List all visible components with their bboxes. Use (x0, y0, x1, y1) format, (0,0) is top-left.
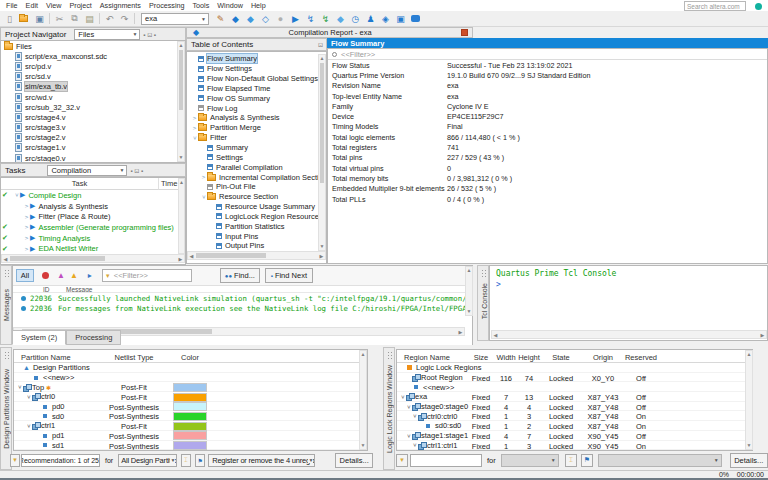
column-state[interactable]: State (539, 353, 583, 362)
tcl-hscrollbar[interactable]: ◀▶ (491, 330, 767, 339)
redo-icon[interactable]: ↷ (117, 12, 132, 25)
file-item[interactable]: src/pd.v (1, 61, 185, 71)
clock-icon[interactable]: ◷ (348, 12, 363, 25)
toc-item[interactable]: Flow Settings (187, 64, 326, 74)
toc-item[interactable]: Output Pins (187, 241, 326, 251)
tasks-combo[interactable]: Compilation▼ (47, 165, 127, 176)
file-item[interactable]: src/stage3.v (1, 123, 185, 133)
open-project-icon[interactable] (17, 12, 32, 25)
search-icon[interactable] (755, 3, 762, 10)
tasks-vscrollbar[interactable]: ▲ (178, 178, 185, 254)
search-input[interactable]: Search altera.com (684, 1, 746, 11)
menu-item-view[interactable]: View (42, 1, 65, 10)
new-file-icon[interactable]: ▯ (2, 12, 17, 25)
toc-item[interactable]: Flow Non-Default Global Settings (187, 74, 326, 84)
files-root[interactable]: Files (1, 41, 185, 51)
toc-item[interactable]: Pin-Out File (187, 182, 326, 192)
menu-item-tools[interactable]: Tools (189, 1, 214, 10)
file-item[interactable]: src/sub_32_32.v (1, 102, 185, 112)
task-row[interactable]: ✔>▶Assembler (Generate programming files… (1, 222, 185, 233)
toc-vscrollbar[interactable]: ▲▼ (318, 54, 326, 251)
partition-row[interactable]: >ctrl0Post-Fit (14, 392, 367, 402)
find-button[interactable]: ●●Find... (220, 268, 260, 283)
file-item[interactable]: src/wd.v (1, 92, 185, 102)
menu-item-edit[interactable]: Edit (22, 1, 42, 10)
undo-icon[interactable]: ↶ (102, 12, 117, 25)
menu-item-help[interactable]: Help (247, 1, 270, 10)
file-item[interactable]: src/stage2.v (1, 133, 185, 143)
file-item[interactable]: src/sd.v (1, 72, 185, 82)
ll-details-button[interactable]: Details... (730, 453, 768, 468)
dp-filter-button[interactable]: ▼ (10, 454, 20, 467)
menu-item-project[interactable]: Project (65, 1, 95, 10)
menu-item-assignments[interactable]: Assignments (96, 1, 145, 10)
dp-scope-dropdown[interactable]: All Design Partitic▼ (118, 454, 177, 467)
messages-side-strip[interactable]: Messages (0, 265, 12, 345)
file-item[interactable]: src/stage0.v (1, 153, 185, 163)
task-row[interactable]: ✔>▶Timing Analysis (1, 233, 185, 244)
toc-item[interactable]: LogicLock Region Resource Usag (187, 212, 326, 222)
task-row[interactable]: ✔>▶Compile Design (1, 190, 185, 201)
partition-color-swatch[interactable] (173, 383, 207, 392)
region-row[interactable]: >ctrl1:ctrl1Fixed13LockedX90_Y45On (397, 441, 752, 451)
column-reserved[interactable]: Reserved (619, 353, 663, 362)
toc-detach-icon[interactable]: ⊡ (318, 41, 323, 48)
netlist-viewer-icon[interactable]: ◇ (258, 12, 273, 25)
toc-item[interactable]: Partition Statistics (187, 221, 326, 231)
region-row[interactable]: sd0:sd0Fixed12LockedX87_Y48On (397, 421, 752, 431)
toc-item[interactable]: Summary (187, 143, 326, 153)
paste-icon[interactable]: ▤ (82, 12, 97, 25)
error-filter-icon[interactable] (42, 272, 49, 279)
dp-details-button[interactable]: Details... (335, 453, 373, 468)
toc-hscrollbar[interactable]: ◀▶ (187, 251, 326, 260)
critical-warning-filter-icon[interactable]: ▲ (57, 271, 65, 280)
assignment-editor-icon[interactable]: ✎ (213, 12, 228, 25)
info-filter-icon[interactable]: ▸ (88, 271, 92, 280)
column-partition-name[interactable]: Partition Name (21, 353, 71, 362)
logiclock-vscrollbar[interactable]: ▲▼ (745, 350, 753, 450)
column-netlist-type[interactable]: Netlist Type (104, 353, 164, 362)
file-item[interactable]: script/exa_maxconst.sdc (1, 51, 185, 61)
messages-column-message[interactable]: Message (66, 286, 92, 293)
column-region-name[interactable]: Region Name (404, 353, 450, 362)
toc-item[interactable]: >Incremental Compilation Section (187, 172, 326, 182)
analysis-synthesis-icon[interactable]: ↯ (303, 12, 318, 25)
fitter-icon[interactable]: ↯ (318, 12, 333, 25)
ll-tool-button-1[interactable]: ⌶ (565, 454, 577, 467)
region-row[interactable]: >stage1:stage1Fixed47LockedX90_Y45Off (397, 431, 752, 441)
archive-icon[interactable]: ▣ (393, 12, 408, 25)
toc-item[interactable]: Input Pins (187, 231, 326, 241)
toc-item[interactable]: Flow OS Summary (187, 93, 326, 103)
menu-item-processing[interactable]: Processing (145, 1, 189, 10)
region-row[interactable]: >ctrl0:ctrl0Fixed13LockedX87_Y48On (397, 411, 752, 421)
start-compilation-icon[interactable]: ▶ (288, 12, 303, 25)
timing-analyzer-icon[interactable]: ◆ (333, 12, 348, 25)
find-next-button[interactable]: ▪Find Next (265, 268, 313, 283)
tasks-column-time[interactable]: Time (159, 178, 179, 190)
region-row[interactable]: >stage0:stage0Fixed44LockedX87_Y48Off (397, 402, 752, 412)
warning-filter-icon[interactable]: ▲ (70, 271, 78, 280)
partition-color-swatch[interactable] (173, 441, 207, 450)
tcl-console-panel[interactable]: Quartus Prime Tcl Console > ◀▶ (489, 265, 768, 341)
report-tab[interactable]: ◆ Compilation Report - exa (186, 27, 473, 38)
column-color[interactable]: Color (160, 353, 220, 362)
partition-row[interactable]: >ctrl1Post-Fit (14, 421, 367, 431)
partition-color-swatch[interactable] (173, 402, 207, 411)
messages-column-id[interactable]: ID (43, 286, 50, 293)
partition-row[interactable]: sd1Post-Synthesis (14, 441, 367, 451)
toc-item[interactable]: Flow Summary (187, 54, 326, 64)
save-icon[interactable]: ▣ (32, 12, 47, 25)
message-row[interactable]: 22036Successfully launched NativeLink si… (13, 293, 472, 303)
logiclock-side-strip[interactable]: Logic Lock Regions Window (383, 347, 395, 470)
file-item[interactable]: sim/exa_tb.v (1, 82, 185, 92)
toc-item[interactable]: Settings (187, 152, 326, 162)
partition-row[interactable]: <<new>> (14, 373, 367, 383)
toc-item[interactable]: Flow Elapsed Time (187, 84, 326, 94)
messages-tab-system-[interactable]: System (2) (12, 330, 66, 345)
panel-buttons[interactable]: ▪ ⊡ ▪ (130, 167, 143, 174)
partition-color-swatch[interactable] (173, 422, 207, 431)
region-row[interactable]: Logic Lock Regions (397, 363, 752, 373)
menu-item-file[interactable]: File (2, 1, 22, 10)
panel-buttons[interactable]: ▪ ⊡ ▪ (143, 31, 156, 38)
partition-row[interactable]: ▲Design Partitions (14, 363, 367, 373)
